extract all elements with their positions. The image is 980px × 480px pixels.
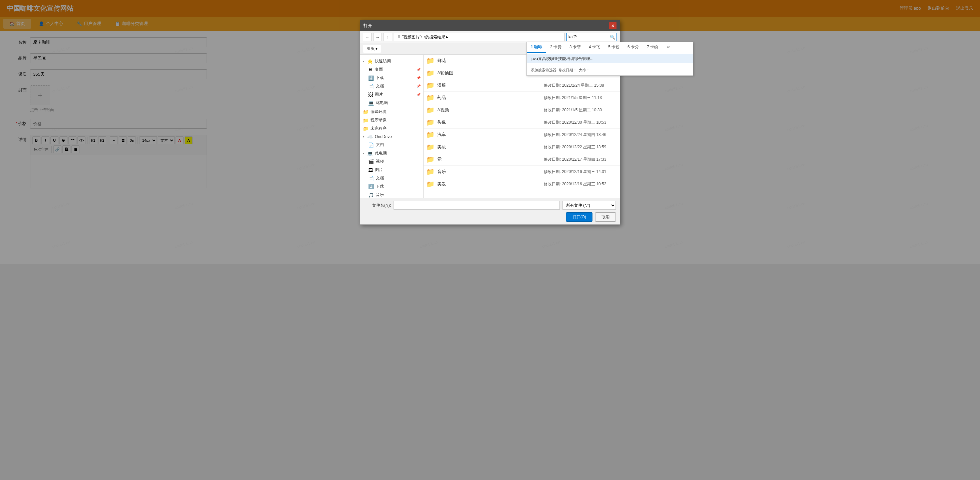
folder-icon-0: 📁 xyxy=(426,57,434,65)
tree-item-recordings[interactable]: 📁 程序录像 xyxy=(360,116,423,124)
file-name-4: A视频 xyxy=(437,107,541,113)
folder-icon-7: 📁 xyxy=(426,143,434,151)
filetype-select[interactable]: 所有文件 (*.*) xyxy=(562,201,616,210)
file-row-6[interactable]: 📁 汽车 修改日期: 2020/12/24 星期四 13:46 xyxy=(423,129,620,141)
filename-label: 文件名(N): xyxy=(364,203,391,208)
tree-sub-thispc: 🎬 视频 🖼 图片 📄 文档 ⬇️ 下载 xyxy=(360,157,423,198)
file-date-3: 修改日期: 2021/1/5 星期三 11:13 xyxy=(544,95,617,101)
file-row-3[interactable]: 📁 药品 修改日期: 2021/1/5 星期三 11:13 xyxy=(423,92,620,104)
tree-item-this-pc-quick[interactable]: 💻 此电脑 xyxy=(366,99,423,107)
file-dialog: 打开 × ← → ↑ 🖥 "视频图片"中的搜索结果 ▸ 🔍 xyxy=(360,20,620,225)
tree-item-video[interactable]: 🎬 视频 xyxy=(366,157,423,166)
dialog-toolbar: ← → ↑ 🖥 "视频图片"中的搜索结果 ▸ 🔍 1 咖啡 2 卡费 3 卡菲 xyxy=(360,31,620,43)
file-date-9: 修改日期: 2020/12/16 星期三 14:31 xyxy=(544,169,617,175)
autocomplete-tab-0[interactable]: 1 咖啡 xyxy=(527,42,546,53)
file-row-9[interactable]: 📁 音乐 修改日期: 2020/12/16 星期三 14:31 xyxy=(423,166,620,178)
file-name-3: 药品 xyxy=(437,95,541,101)
autocomplete-tab-6[interactable]: 7 卡纷 xyxy=(643,42,662,53)
folder-icon-8: 📁 xyxy=(426,155,434,163)
cancel-btn[interactable]: 取消 xyxy=(595,212,616,222)
dialog-body: ▾ ⭐ 快速访问 🖥 桌面 📌 ⬇️ 下载 📌 xyxy=(360,55,620,198)
folder-icon-4: 📁 xyxy=(426,106,434,114)
pictures-icon: 🖼 xyxy=(368,92,373,97)
file-row-7[interactable]: 📁 美妆 修改日期: 2020/12/22 星期三 13:59 xyxy=(423,141,620,153)
file-row-4[interactable]: 📁 A视频 修改日期: 2021/1/5 星期二 10:30 xyxy=(423,104,620,116)
pin-icon-2: 📌 xyxy=(417,76,421,80)
autocomplete-item-0[interactable]: java某高校职业技能培训综合管理... xyxy=(527,54,693,63)
tree-sub-quick: 🖥 桌面 📌 ⬇️ 下载 📌 📄 文档 📌 xyxy=(360,65,423,107)
tree-item-music[interactable]: 🎵 音乐 xyxy=(366,191,423,198)
file-row-5[interactable]: 📁 头像 修改日期: 2020/12/30 星期三 10:53 xyxy=(423,116,620,129)
thispc-arrow: ▾ xyxy=(363,152,364,155)
autocomplete-tab-5[interactable]: 6 卡分 xyxy=(624,42,643,53)
folder-icon-5: 📁 xyxy=(426,118,434,126)
file-name-0: 鲜花 xyxy=(437,58,541,64)
folder-icon-2: 📁 xyxy=(426,81,434,89)
pc-icon-quick: 💻 xyxy=(368,100,374,106)
folder-icon-9: 📁 xyxy=(426,168,434,176)
search-icon[interactable]: 🔍 xyxy=(610,35,615,40)
tree-item-downloads2[interactable]: ⬇️ 下载 xyxy=(366,182,423,191)
incomplete-icon: 📁 xyxy=(363,126,369,131)
autocomplete-tab-emoji[interactable]: ☺ xyxy=(662,42,674,53)
close-icon: × xyxy=(611,23,614,29)
tree-item-pics[interactable]: 🖼 图片 xyxy=(366,166,423,174)
docs2-icon: 📄 xyxy=(368,176,374,181)
tree-item-desktop[interactable]: 🖥 桌面 📌 xyxy=(366,65,423,74)
autocomplete-tab-1[interactable]: 2 卡费 xyxy=(546,42,565,53)
tree-item-quick-access[interactable]: ▾ ⭐ 快速访问 xyxy=(360,57,423,65)
docs-icon: 📄 xyxy=(368,84,374,89)
compiler-icon: 📁 xyxy=(363,109,369,115)
tree-section-quick: ▾ ⭐ 快速访问 🖥 桌面 📌 ⬇️ 下载 📌 xyxy=(360,56,423,108)
tree-item-this-pc[interactable]: ▾ 💻 此电脑 xyxy=(360,149,423,157)
tree-item-incomplete[interactable]: 📁 未完程序 xyxy=(360,124,423,133)
file-name-5: 头像 xyxy=(437,119,541,125)
tree-item-downloads[interactable]: ⬇️ 下载 📌 xyxy=(366,74,423,82)
organize-btn[interactable]: 组织 ▾ xyxy=(363,45,381,53)
autocomplete-tab-4[interactable]: 5 卡粉 xyxy=(604,42,624,53)
tree-sub-onedrive: 📄 文档 xyxy=(360,141,423,149)
tree-item-docs[interactable]: 📄 文档 📌 xyxy=(366,82,423,90)
onedrive-docs-icon: 📄 xyxy=(368,143,374,148)
breadcrumb-text[interactable]: "视频图片"中的搜索结果 ▸ xyxy=(402,34,448,40)
quick-label: 快速访问 xyxy=(375,58,391,64)
quick-icon: ⭐ xyxy=(367,59,373,64)
onedrive-arrow: ▾ xyxy=(363,135,364,138)
autocomplete-tab-2[interactable]: 3 卡菲 xyxy=(565,42,585,53)
back-btn[interactable]: ← xyxy=(363,33,372,41)
search-input[interactable] xyxy=(568,35,608,39)
file-row-2[interactable]: 📁 汉服 修改日期: 2021/2/24 星期三 15:08 xyxy=(423,79,620,92)
filename-input[interactable] xyxy=(393,201,560,210)
file-date-7: 修改日期: 2020/12/22 星期三 13:59 xyxy=(544,144,617,150)
dialog-title: 打开 xyxy=(363,23,372,29)
breadcrumb-bar: 🖥 "视频图片"中的搜索结果 ▸ xyxy=(394,33,565,41)
file-row-10[interactable]: 📁 美发 修改日期: 2020/12/16 星期三 10:52 xyxy=(423,178,620,190)
folder-icon-3: 📁 xyxy=(426,93,434,102)
modify-date-link[interactable]: 修改日期： xyxy=(558,68,577,73)
dialog-filename-row: 文件名(N): 所有文件 (*.*) xyxy=(364,201,616,210)
file-dialog-overlay: 打开 × ← → ↑ 🖥 "视频图片"中的搜索结果 ▸ 🔍 xyxy=(0,0,980,264)
file-row-8[interactable]: 📁 党 修改日期: 2020/12/17 星期四 17:33 xyxy=(423,153,620,166)
tree-item-pictures[interactable]: 🖼 图片 📌 xyxy=(366,90,423,99)
folder-icon-1: 📁 xyxy=(426,69,434,77)
autocomplete-suggestions: java某高校职业技能培训综合管理... xyxy=(527,53,693,65)
music-icon: 🎵 xyxy=(368,192,374,198)
forward-btn[interactable]: → xyxy=(373,33,382,41)
file-date-5: 修改日期: 2020/12/30 星期三 10:53 xyxy=(544,120,617,125)
file-date-6: 修改日期: 2020/12/24 星期四 13:46 xyxy=(544,132,617,138)
add-filter-link[interactable]: 添加搜索筛选器 xyxy=(531,68,557,73)
desktop-icon: 🖥 xyxy=(368,67,373,72)
size-link[interactable]: 大小： xyxy=(579,68,590,73)
autocomplete-tab-3[interactable]: 4 卡飞 xyxy=(585,42,604,53)
dialog-bottom: 文件名(N): 所有文件 (*.*) 打开(O) 取消 xyxy=(360,198,620,224)
tree-item-docs2[interactable]: 📄 文档 xyxy=(366,174,423,182)
tree-item-compiler[interactable]: 📁 编译环境 xyxy=(360,108,423,116)
open-btn[interactable]: 打开(O) xyxy=(566,212,592,222)
up-btn[interactable]: ↑ xyxy=(383,33,392,41)
pics-icon: 🖼 xyxy=(368,167,373,173)
dialog-close-btn[interactable]: × xyxy=(609,22,617,29)
tree-item-onedrive[interactable]: ▾ ☁️ OneDrive xyxy=(360,133,423,141)
tree-item-onedrive-docs[interactable]: 📄 文档 xyxy=(366,141,423,149)
dialog-file-area: 📁 鲜花 修改日期: 2021/3/... 📁 A轮插图 修改日期: 2021/… xyxy=(423,55,620,198)
organize-label: 组织 ▾ xyxy=(366,46,377,52)
